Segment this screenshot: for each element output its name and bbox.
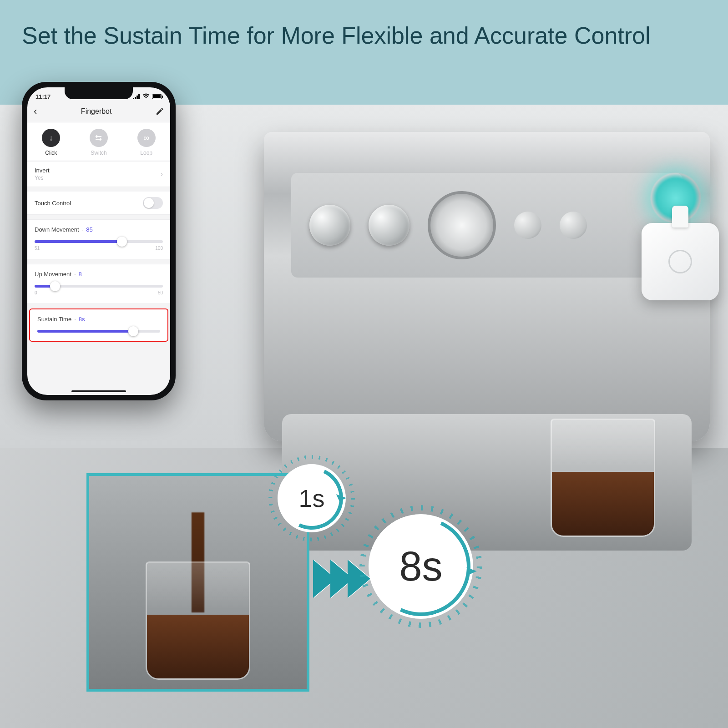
up-movement-slider[interactable] <box>35 285 163 288</box>
fingerbot-device <box>642 223 719 300</box>
invert-label: Invert <box>35 167 50 174</box>
invert-row[interactable]: Invert Yes › <box>27 161 170 187</box>
cellular-signal-icon <box>133 94 140 99</box>
switch-icon: ⇆ <box>90 129 108 147</box>
mode-tabs: ↓ Click ⇆ Switch ∞ Loop <box>27 122 170 161</box>
down-min: 51 <box>35 246 40 251</box>
coffee-glass <box>551 419 655 537</box>
chevron-right-icon: › <box>161 170 163 178</box>
status-time: 11:17 <box>35 93 51 100</box>
home-indicator[interactable] <box>71 390 126 392</box>
mode-switch-label: Switch <box>90 150 108 156</box>
sustain-time-slider[interactable] <box>37 330 160 333</box>
mode-click-label: Click <box>42 150 60 156</box>
machine-control-panel <box>291 173 682 278</box>
up-max: 50 <box>158 290 163 295</box>
timer-badge-short: 1s <box>278 464 346 532</box>
pressure-gauge-icon <box>428 191 496 259</box>
invert-value: Yes <box>35 175 50 181</box>
touch-control-toggle[interactable] <box>143 197 163 209</box>
phone-notch <box>65 87 133 99</box>
app-screen: 11:17 ‹ Fingerbot ↓ Click ⇆ S <box>27 87 170 395</box>
sustain-time-value: 8s <box>79 316 85 323</box>
mode-click[interactable]: ↓ Click <box>42 129 60 156</box>
battery-icon <box>152 94 162 99</box>
timer-badge-long: 8s <box>369 514 473 619</box>
espresso-machine <box>264 132 710 441</box>
down-movement-slider[interactable] <box>35 240 163 243</box>
loop-icon: ∞ <box>137 129 156 147</box>
app-navbar: ‹ Fingerbot <box>27 104 170 122</box>
up-min: 0 <box>35 290 37 295</box>
down-movement-block: Down Movement · 85 51 100 <box>27 219 170 259</box>
sustain-time-label: Sustain Time <box>37 316 71 323</box>
up-movement-block: Up Movement · 8 0 50 <box>27 264 170 304</box>
down-movement-label: Down Movement <box>35 226 79 233</box>
touch-control-row: Touch Control <box>27 192 170 215</box>
wifi-icon <box>142 93 150 100</box>
headline-text: Set the Sustain Time for More Flexible a… <box>22 22 706 49</box>
dial-icon <box>369 205 410 246</box>
touch-control-label: Touch Control <box>35 200 71 207</box>
up-movement-value: 8 <box>79 271 82 278</box>
mode-switch[interactable]: ⇆ Switch <box>90 129 108 156</box>
phone-mockup: 11:17 ‹ Fingerbot ↓ Click ⇆ S <box>22 82 176 400</box>
down-movement-value: 85 <box>86 226 92 233</box>
machine-button-icon <box>514 212 541 239</box>
mode-loop[interactable]: ∞ Loop <box>137 129 156 156</box>
fingerbot-arm-icon <box>672 206 688 228</box>
dial-icon <box>309 205 350 246</box>
coffee-glass <box>146 561 250 680</box>
edit-button[interactable] <box>156 107 164 116</box>
coffee-liquid <box>147 615 249 678</box>
machine-button-icon <box>560 212 587 239</box>
back-button[interactable]: ‹ <box>34 106 37 117</box>
up-movement-label: Up Movement <box>35 271 71 278</box>
down-max: 100 <box>155 246 163 251</box>
mode-loop-label: Loop <box>137 150 156 156</box>
click-icon: ↓ <box>42 129 60 147</box>
coffee-liquid <box>552 472 654 536</box>
page-title: Fingerbot <box>81 107 112 116</box>
sustain-time-block: Sustain Time · 8s <box>29 308 168 342</box>
